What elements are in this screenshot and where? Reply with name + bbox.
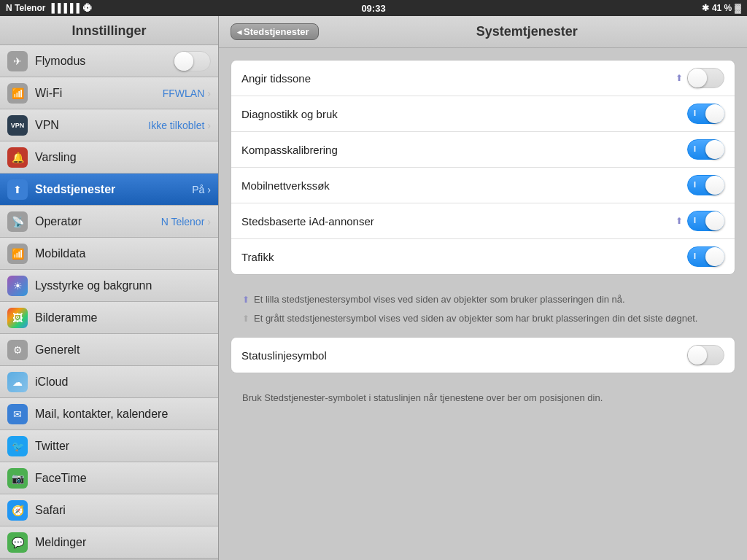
info-line-0-icon: ⬆: [242, 293, 249, 306]
twitter-label: Twitter: [35, 440, 211, 453]
row-stedsbaserte-iad: Stedsbaserte iAd-annonser⬆I: [231, 203, 735, 239]
content-header: Stedstjenester Systemtjenester: [219, 16, 747, 48]
sidebar-item-icloud[interactable]: ☁iCloud: [0, 366, 218, 398]
sidebar-item-flymodus[interactable]: ✈Flymodus: [0, 45, 218, 77]
sidebar-item-mail[interactable]: ✉Mail, kontakter, kalendere: [0, 398, 218, 430]
wifi-status-icon: ᪥: [82, 3, 91, 13]
bilderamme-icon: 🖼: [7, 308, 28, 328]
back-button[interactable]: Stedstjenester: [231, 23, 319, 40]
info-line-1: ⬆Et grått stedstjenestersymbol vises ved…: [242, 311, 724, 326]
row-stedsbaserte-iad-location-icon: ⬆: [676, 216, 683, 226]
mobildata-label: Mobildata: [35, 247, 211, 260]
stedstjenester-icon: ⬆: [7, 179, 28, 200]
row-trafikk-toggle[interactable]: I: [687, 246, 724, 267]
row-kompasskalibrering-label: Kompasskalibrering: [241, 144, 687, 156]
flymodus-label: Flymodus: [35, 55, 174, 68]
status-left: N Telenor ▐▐▐▐▐ ᪥: [6, 3, 91, 13]
status-info-label: Bruk Stedstjenester-symbolet i statuslin…: [242, 392, 603, 403]
row-diagnostikk-label: Diagnostikk og bruk: [241, 108, 687, 120]
info-line-1-text: Et grått stedstjenestersymbol vises ved …: [254, 311, 697, 326]
sidebar-item-mobildata[interactable]: 📶Mobildata: [0, 238, 218, 270]
flymodus-icon: ✈: [7, 51, 28, 71]
main-layout: Innstillinger ✈Flymodus📶Wi-FiFFWLAN›VPNV…: [0, 16, 747, 560]
row-mobilnettverkssok-toggle[interactable]: I: [687, 175, 724, 195]
sidebar-item-vpn[interactable]: VPNVPNIkke tilkoblet›: [0, 109, 218, 141]
bluetooth-icon: ✱: [702, 3, 709, 13]
sidebar-item-generelt[interactable]: ⚙Generelt: [0, 334, 218, 366]
row-stedsbaserte-iad-toggle[interactable]: I: [687, 211, 724, 231]
statuslinjesymbol-label: Statuslinjesymbol: [241, 349, 687, 362]
row-kompasskalibrering-toggle[interactable]: I: [687, 139, 724, 160]
content-body: Angir tidssone⬆Diagnostikk og brukIKompa…: [219, 48, 747, 424]
lysstyrke-icon: ☀: [7, 276, 28, 296]
row-stedsbaserte-iad-label: Stedsbaserte iAd-annonser: [241, 215, 676, 228]
flymodus-toggle[interactable]: [174, 51, 211, 71]
signal-icon: ▐▐▐▐▐: [48, 3, 80, 13]
sidebar-item-bilderamme[interactable]: 🖼Bilderamme: [0, 302, 218, 334]
row-angir-tidssone: Angir tidssone⬆: [231, 61, 735, 96]
info-text: ⬆Et lilla stedstjenestersymbol vises ved…: [231, 285, 735, 337]
battery-label: 41 %: [712, 3, 732, 13]
sidebar-item-twitter[interactable]: 🐦Twitter: [0, 430, 218, 462]
meldinger-icon: 💬: [7, 532, 28, 553]
stedstjenester-label: Stedstjenester: [35, 183, 192, 196]
status-time: 09:33: [361, 3, 385, 14]
carrier-label: N Telenor: [6, 3, 45, 13]
row-trafikk: TrafikkI: [231, 239, 735, 274]
info-line-0: ⬆Et lilla stedstjenestersymbol vises ved…: [242, 292, 724, 307]
sidebar: Innstillinger ✈Flymodus📶Wi-FiFFWLAN›VPNV…: [0, 16, 219, 560]
facetime-label: FaceTime: [35, 472, 211, 485]
sidebar-item-lysstyrke[interactable]: ☀Lysstyrke og bakgrunn: [0, 270, 218, 302]
varsling-label: Varsling: [35, 151, 211, 164]
lysstyrke-label: Lysstyrke og bakgrunn: [35, 279, 211, 292]
status-right: ✱ 41 % ▓: [702, 3, 741, 13]
operator-value: N Telenor: [161, 216, 205, 228]
sidebar-item-safari[interactable]: 🧭Safari: [0, 494, 218, 526]
row-angir-tidssone-toggle[interactable]: [687, 68, 724, 88]
row-diagnostikk: Diagnostikk og brukI: [231, 96, 735, 132]
row-diagnostikk-toggle[interactable]: I: [687, 104, 724, 124]
statuslinjesymbol-toggle[interactable]: [687, 345, 724, 365]
sidebar-item-meldinger[interactable]: 💬Meldinger: [0, 526, 218, 559]
sidebar-item-operator[interactable]: 📡OperatørN Telenor›: [0, 206, 218, 238]
row-angir-tidssone-location-icon: ⬆: [676, 73, 683, 83]
sidebar-item-varsling[interactable]: 🔔Varsling: [0, 141, 218, 174]
wifi-chevron-icon: ›: [207, 88, 211, 99]
info-line-1-icon: ⬆: [242, 312, 249, 325]
row-kompasskalibrering: KompasskalibreringI: [231, 132, 735, 168]
stedstjenester-value: På: [192, 184, 204, 195]
row-angir-tidssone-label: Angir tidssone: [241, 72, 676, 85]
vpn-value: Ikke tilkoblet: [148, 120, 204, 131]
wifi-icon: 📶: [7, 83, 28, 104]
row-trafikk-label: Trafikk: [241, 251, 687, 263]
meldinger-label: Meldinger: [35, 536, 211, 549]
battery-icon: ▓: [735, 3, 741, 13]
safari-icon: 🧭: [7, 500, 28, 521]
operator-label: Operatør: [35, 215, 161, 228]
sidebar-item-facetime[interactable]: 📷FaceTime: [0, 462, 218, 494]
status-info-text: Bruk Stedstjenester-symbolet i statuslin…: [231, 384, 735, 413]
content-area: Stedstjenester Systemtjenester Angir tid…: [219, 16, 747, 560]
stedstjenester-chevron-icon: ›: [207, 184, 211, 195]
status-bar: N Telenor ▐▐▐▐▐ ᪥ 09:33 ✱ 41 % ▓: [0, 0, 747, 16]
mail-icon: ✉: [7, 404, 28, 424]
info-line-0-text: Et lilla stedstjenestersymbol vises ved …: [254, 292, 625, 307]
icloud-icon: ☁: [7, 372, 28, 392]
row-mobilnettverkssok-label: Mobilnettverkssøk: [241, 179, 687, 192]
vpn-chevron-icon: ›: [207, 120, 211, 131]
twitter-icon: 🐦: [7, 436, 28, 456]
main-settings-group: Angir tidssone⬆Diagnostikk og brukIKompa…: [231, 60, 735, 275]
vpn-icon: VPN: [7, 115, 28, 136]
operator-chevron-icon: ›: [207, 216, 211, 228]
icloud-label: iCloud: [35, 376, 211, 389]
status-settings-group: Statuslinjesymbol: [231, 337, 735, 373]
generelt-icon: ⚙: [7, 340, 28, 360]
row-mobilnettverkssok: MobilnettverkssøkI: [231, 168, 735, 203]
sidebar-item-wifi[interactable]: 📶Wi-FiFFWLAN›: [0, 77, 218, 109]
bilderamme-label: Bilderamme: [35, 311, 211, 324]
wifi-value: FFWLAN: [163, 88, 205, 99]
safari-label: Safari: [35, 504, 211, 517]
varsling-icon: 🔔: [7, 147, 28, 168]
sidebar-item-stedstjenester[interactable]: ⬆StedstjenesterPå›: [0, 174, 218, 206]
generelt-label: Generelt: [35, 343, 211, 357]
